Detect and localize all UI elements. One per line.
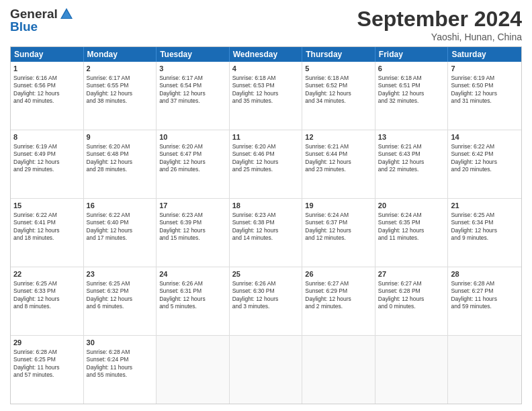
calendar-cell: 2Sunrise: 6:17 AMSunset: 6:55 PMDaylight… [84,62,157,130]
day-number: 18 [232,201,300,211]
cell-line: and 3 minutes. [232,303,300,310]
cell-line: Sunrise: 6:23 AM [159,212,226,219]
calendar-row: 15Sunrise: 6:22 AMSunset: 6:41 PMDayligh… [11,198,521,267]
calendar-cell: 12Sunrise: 6:21 AMSunset: 6:44 PMDayligh… [302,130,375,198]
cell-line: Sunset: 6:50 PM [451,82,519,89]
cell-line: Sunset: 6:32 PM [87,287,154,295]
cell-line: Sunset: 6:54 PM [159,82,226,89]
day-number: 25 [232,269,300,279]
calendar-cell: 29Sunrise: 6:28 AMSunset: 6:25 PMDayligh… [11,336,84,404]
day-number: 20 [378,201,445,211]
logo: General Blue [10,7,74,34]
cell-line: Daylight: 12 hours [305,90,372,97]
cell-line: and 12 minutes. [305,234,372,242]
cell-line: and 11 minutes. [378,234,445,242]
day-number: 13 [378,132,445,142]
cell-line: Daylight: 12 hours [451,227,519,234]
cell-line: Sunset: 6:48 PM [87,150,154,158]
cell-line: and 35 minutes. [232,97,300,105]
day-number: 9 [87,132,154,142]
weekday-header: Tuesday [157,47,230,62]
cell-line: and 9 minutes. [451,234,519,242]
calendar-cell: 14Sunrise: 6:22 AMSunset: 6:42 PMDayligh… [448,130,521,198]
cell-line: Daylight: 12 hours [305,295,372,303]
cell-line: Daylight: 12 hours [451,158,519,166]
cell-line: Sunrise: 6:18 AM [232,75,300,82]
weekday-header: Monday [84,47,157,62]
cell-line: Daylight: 11 hours [451,295,519,303]
cell-line: Daylight: 12 hours [378,90,445,97]
cell-line: and 25 minutes. [232,166,300,173]
calendar-cell: 24Sunrise: 6:26 AMSunset: 6:31 PMDayligh… [157,267,230,335]
cell-line: Daylight: 12 hours [378,295,445,303]
cell-line: Sunrise: 6:17 AM [159,75,226,82]
day-number: 17 [159,201,226,211]
cell-line: and 26 minutes. [159,166,226,173]
cell-line: and 22 minutes. [378,166,445,173]
calendar-cell: 5Sunrise: 6:18 AMSunset: 6:52 PMDaylight… [302,62,375,130]
calendar-cell: 16Sunrise: 6:22 AMSunset: 6:40 PMDayligh… [84,199,157,267]
day-number: 8 [13,132,81,142]
cell-line: Sunset: 6:30 PM [232,287,300,295]
cell-line: Sunset: 6:33 PM [13,287,81,295]
calendar-cell: 21Sunrise: 6:25 AMSunset: 6:34 PMDayligh… [448,199,521,267]
weekday-header: Sunday [11,47,84,62]
logo-blue: Blue [10,19,74,34]
cell-line: Sunset: 6:29 PM [305,287,372,295]
cell-line: Sunrise: 6:26 AM [159,280,226,287]
cell-line: Daylight: 12 hours [305,158,372,166]
day-number: 23 [87,269,154,279]
cell-line: Sunset: 6:53 PM [232,82,300,89]
cell-line: Sunrise: 6:23 AM [232,212,300,219]
cell-line: Sunrise: 6:20 AM [232,143,300,150]
cell-line: Daylight: 12 hours [232,158,300,166]
cell-line: Sunset: 6:40 PM [87,219,154,226]
cell-line: and 15 minutes. [159,234,226,242]
header: General Blue September 2024 Yaoshi, Huna… [10,7,522,42]
cell-line: Daylight: 12 hours [378,158,445,166]
cell-line: Sunrise: 6:19 AM [13,143,81,150]
calendar-cell [157,336,230,404]
cell-line: Sunrise: 6:25 AM [87,280,154,287]
cell-line: Daylight: 12 hours [305,227,372,234]
cell-line: Sunset: 6:31 PM [159,287,226,295]
page: General Blue September 2024 Yaoshi, Huna… [0,0,532,411]
cell-line: and 5 minutes. [159,303,226,310]
calendar-row: 1Sunrise: 6:16 AMSunset: 6:56 PMDaylight… [11,62,521,130]
cell-line: Daylight: 11 hours [87,364,154,371]
calendar-cell: 22Sunrise: 6:25 AMSunset: 6:33 PMDayligh… [11,267,84,335]
cell-line: and 18 minutes. [13,234,81,242]
cell-line: and 38 minutes. [87,97,154,105]
cell-line: Daylight: 12 hours [378,227,445,234]
day-number: 26 [305,269,372,279]
cell-line: Daylight: 12 hours [13,227,81,234]
cell-line: Sunset: 6:49 PM [13,150,81,158]
weekday-header: Thursday [302,47,375,62]
cell-line: Daylight: 12 hours [13,158,81,166]
calendar-cell: 10Sunrise: 6:20 AMSunset: 6:47 PMDayligh… [157,130,230,198]
cell-line: and 31 minutes. [451,97,519,105]
cell-line: Daylight: 12 hours [87,90,154,97]
cell-line: Sunset: 6:52 PM [305,82,372,89]
calendar-cell: 4Sunrise: 6:18 AMSunset: 6:53 PMDaylight… [230,62,303,130]
day-number: 16 [87,201,154,211]
cell-line: Daylight: 12 hours [87,158,154,166]
day-number: 14 [451,132,519,142]
logo-icon [59,7,74,21]
day-number: 19 [305,201,372,211]
cell-line: Sunrise: 6:28 AM [87,349,154,356]
cell-line: Sunset: 6:42 PM [451,150,519,158]
cell-line: Sunrise: 6:25 AM [13,280,81,287]
calendar-cell: 7Sunrise: 6:19 AMSunset: 6:50 PMDaylight… [448,62,521,130]
cell-line: Sunrise: 6:18 AM [305,75,372,82]
cell-line: Sunset: 6:39 PM [159,219,226,226]
calendar-cell [448,336,521,404]
cell-line: and 20 minutes. [451,166,519,173]
month-title: September 2024 [357,7,522,32]
cell-line: and 55 minutes. [87,371,154,379]
weekday-header: Wednesday [230,47,303,62]
calendar-cell: 8Sunrise: 6:19 AMSunset: 6:49 PMDaylight… [11,130,84,198]
calendar-cell: 26Sunrise: 6:27 AMSunset: 6:29 PMDayligh… [302,267,375,335]
cell-line: Sunrise: 6:21 AM [305,143,372,150]
cell-line: Sunset: 6:51 PM [378,82,445,89]
